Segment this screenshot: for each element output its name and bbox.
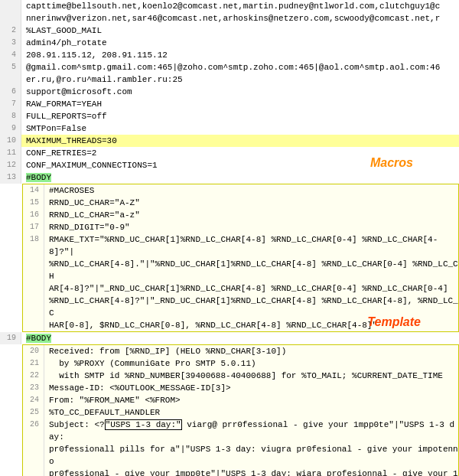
- line-number: 10: [0, 135, 21, 147]
- line-content: er.ru,@ro.ru^mail.rambler.ru:25: [21, 73, 459, 86]
- line-content: SMTPon=False: [21, 122, 459, 135]
- line-number: [23, 295, 44, 319]
- line-number: [0, 0, 21, 12]
- line-row: %RND_LC_CHAR[4-8]."|"%RND_UC_CHAR[1]%RND…: [23, 258, 458, 282]
- line-content: CONF_RETRIES=2: [21, 147, 459, 159]
- line-row: 18 RMAKE_TXT="%RND_UC_CHAR[1]%RND_LC_CHA…: [23, 233, 458, 258]
- template-section: 20 Received: from [%RND_IP] (HELO %RND_C…: [22, 344, 459, 476]
- line-content: From: "%FROM_NAME" <%FROM>: [44, 394, 458, 406]
- line-number: 6: [0, 86, 21, 98]
- line-number: 20: [23, 345, 44, 357]
- line-row: 2 %LAST_GOOD_MAIL: [0, 24, 459, 37]
- line-number: 11: [0, 147, 21, 159]
- line-number: 12: [0, 159, 21, 171]
- line-number: 25: [23, 406, 44, 419]
- line-row: 14 #MACROSES: [23, 184, 458, 197]
- underlined-text: "USPS 1-3 day:": [105, 419, 182, 430]
- line-row: 3 admin4/ph_rotate: [0, 37, 459, 49]
- line-content: HAR[0-8], $RND_LC_CHAR[0-8], %RND_LC_CHA…: [44, 319, 458, 331]
- line-row: 5 @gmail.com^smtp.gmail.com:465|@zoho.co…: [0, 61, 459, 73]
- line-row: pr0fessional - give your 1mpp0te"|"USPS …: [23, 468, 458, 476]
- line-content: Received: from [%RND_IP] (HELO %RND_CHAR…: [44, 345, 458, 357]
- line-number: 23: [23, 382, 44, 394]
- line-row: 12 CONF_MAXIMUM_CONNECTIONS=1: [0, 159, 459, 171]
- line-content: by %PROXY (CommuniGate Pro SMTP 5.0.11): [44, 357, 458, 370]
- line-row: 7 RAW_FORMAT=YEAH: [0, 98, 459, 110]
- line-content: Subject: <?"USPS 1-3 day:" viarg@ prr0fe…: [44, 419, 458, 443]
- line-content: capttime@bellsouth.net,koenlo2@comcast.n…: [21, 0, 459, 12]
- line-number: 14: [23, 184, 44, 197]
- line-content: MAXIMUM_THREADS=30: [21, 135, 459, 147]
- line-number: 8: [0, 110, 21, 122]
- line-number: 26: [23, 419, 44, 443]
- line-content: @gmail.com^smtp.gmail.com:465|@zoho.com^…: [21, 61, 459, 73]
- line-row: 22 with SMTP id %RND_NUMBER[39400688-404…: [23, 370, 458, 382]
- line-content: %RND_LC_CHAR[4-8]?"|"_RND_UC_CHAR[1]%RND…: [44, 295, 458, 319]
- line-number: [0, 73, 21, 86]
- line-number: 16: [23, 209, 44, 221]
- line-content: #MACROSES: [44, 184, 458, 197]
- line-row: 21 by %PROXY (CommuniGate Pro SMTP 5.0.1…: [23, 357, 458, 370]
- line-content: RAW_FORMAT=YEAH: [21, 98, 459, 110]
- line-content: support@microsoft.com: [21, 86, 459, 98]
- line-number: 21: [23, 357, 44, 370]
- line-row: %RND_LC_CHAR[4-8]?"|"_RND_UC_CHAR[1]%RND…: [23, 295, 458, 319]
- line-content: RRND_DIGIT="0-9": [44, 221, 458, 233]
- line-content: %RND_LC_CHAR[4-8]."|"%RND_UC_CHAR[1]%RND…: [44, 258, 458, 282]
- body-keyword-2: #BODY: [26, 334, 51, 343]
- line-number: [23, 468, 44, 476]
- line-content: RRND_UC_CHAR="A-Z": [44, 197, 458, 209]
- line-body-19: 19 #BODY: [0, 332, 459, 344]
- line-number: [23, 319, 44, 331]
- line-row: HAR[0-8], $RND_LC_CHAR[0-8], %RND_LC_CHA…: [23, 319, 458, 331]
- line-content: %TO_CC_DEFAULT_HANDLER: [44, 406, 458, 419]
- line-number: 15: [23, 197, 44, 209]
- line-number: 9: [0, 122, 21, 135]
- line-content: #BODY: [21, 332, 459, 344]
- line-number: 7: [0, 98, 21, 110]
- line-number: [0, 12, 21, 24]
- line-row-highlighted: 10 MAXIMUM_THREADS=30: [0, 135, 459, 147]
- line-row: 23 Message-ID: <%OUTLOOK_MESSAGE-ID[3]>: [23, 382, 458, 394]
- line-content: %LAST_GOOD_MAIL: [21, 24, 459, 37]
- line-row: 16 RRND_LC_CHAR="a-z": [23, 209, 458, 221]
- line-content: #BODY: [21, 171, 459, 184]
- line-content: nnerinwv@verizon.net,sar46@comcast.net,a…: [21, 12, 459, 24]
- line-row: 17 RRND_DIGIT="0-9": [23, 221, 458, 233]
- line-row: 11 CONF_RETRIES=2: [0, 147, 459, 159]
- line-row: 26 Subject: <?"USPS 1-3 day:" viarg@ prr…: [23, 419, 458, 443]
- line-row: 6 support@microsoft.com: [0, 86, 459, 98]
- body-keyword: #BODY: [26, 173, 51, 182]
- line-number: 5: [0, 61, 21, 73]
- line-number: 22: [23, 370, 44, 382]
- line-number: 13: [0, 171, 21, 184]
- line-row: pr0fessionall pills for a"|"USPS 1-3 day…: [23, 443, 458, 468]
- line-number: 4: [0, 49, 21, 61]
- line-content: RMAKE_TXT="%RND_UC_CHAR[1]%RND_LC_CHAR[4…: [44, 233, 458, 258]
- line-content: admin4/ph_rotate: [21, 37, 459, 49]
- line-body-13: 13 #BODY: [0, 171, 459, 184]
- line-content: RRND_LC_CHAR="a-z": [44, 209, 458, 221]
- line-row: 20 Received: from [%RND_IP] (HELO %RND_C…: [23, 345, 458, 357]
- line-row: 8 FULL_REPORTS=off: [0, 110, 459, 122]
- line-number: [23, 282, 44, 295]
- line-content: pr0fessional - give your 1mpp0te"|"USPS …: [44, 468, 458, 476]
- line-content: CONF_MAXIMUM_CONNECTIONS=1: [21, 159, 459, 171]
- line-content: FULL_REPORTS=off: [21, 110, 459, 122]
- line-row: 9 SMTPon=False: [0, 122, 459, 135]
- macros-section: 14 #MACROSES 15 RRND_UC_CHAR="A-Z" 16 RR…: [22, 184, 459, 332]
- line-row: 25 %TO_CC_DEFAULT_HANDLER: [23, 406, 458, 419]
- line-row: er.ru,@ro.ru^mail.rambler.ru:25: [0, 73, 459, 86]
- line-number: [23, 443, 44, 468]
- line-content: 208.91.115.12, 208.91.115.12: [21, 49, 459, 61]
- line-number: 24: [23, 394, 44, 406]
- editor-container: capttime@bellsouth.net,koenlo2@comcast.n…: [0, 0, 459, 476]
- line-content: Message-ID: <%OUTLOOK_MESSAGE-ID[3]>: [44, 382, 458, 394]
- line-number: 3: [0, 37, 21, 49]
- line-number: 19: [0, 332, 21, 344]
- line-number: [23, 258, 44, 282]
- line-content: pr0fessionall pills for a"|"USPS 1-3 day…: [44, 443, 458, 468]
- line-row: nnerinwv@verizon.net,sar46@comcast.net,a…: [0, 12, 459, 24]
- line-content: with SMTP id %RND_NUMBER[39400688-404006…: [44, 370, 458, 382]
- line-number: 18: [23, 233, 44, 258]
